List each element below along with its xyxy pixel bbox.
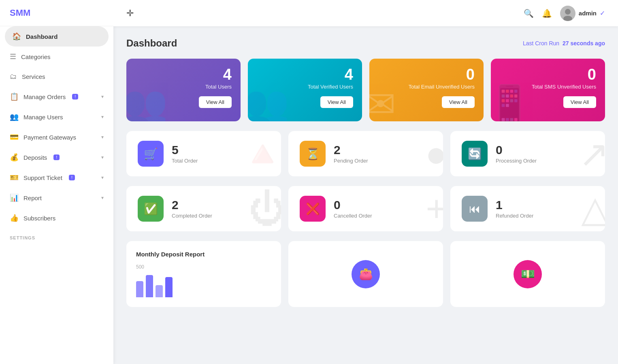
sidebar-item-dashboard[interactable]: 🏠 Dashboard bbox=[5, 26, 109, 47]
order-count-refunded-order: 1 bbox=[496, 199, 533, 211]
order-count-cancelled-order: 0 bbox=[334, 199, 372, 211]
stat-card-viewall-total-verified[interactable]: View All bbox=[320, 96, 353, 108]
sidebar-icon-manage-orders: 📋 bbox=[10, 92, 19, 101]
deposit-y-label: 500 bbox=[136, 264, 271, 270]
cron-prefix: Last Cron Run bbox=[523, 40, 559, 47]
order-count-total-order: 5 bbox=[172, 144, 198, 156]
stat-card-viewall-sms-unverified[interactable]: View All bbox=[563, 96, 596, 108]
order-count-completed-order: 2 bbox=[172, 199, 212, 211]
sidebar-arrow-support-ticket: ▾ bbox=[101, 175, 104, 180]
sidebar-arrow-deposits: ▾ bbox=[101, 154, 104, 160]
sidebar-label-manage-orders: Manage Orders bbox=[23, 93, 66, 100]
stat-card-total-verified: 👥 4 Total Verified Users View All bbox=[248, 59, 362, 121]
stat-card-total-users: 👥 4 Total Users View All bbox=[126, 59, 241, 121]
sidebar-icon-subscribers: 👍 bbox=[10, 214, 19, 222]
stat-card-viewall-total-users[interactable]: View All bbox=[199, 96, 232, 108]
order-count-pending-order: 2 bbox=[334, 144, 368, 156]
topbar-right: 🔍 🔔 admin ✓ bbox=[524, 6, 605, 21]
order-info-cancelled-order: 0 Cancelled Order bbox=[334, 199, 372, 219]
deposit-report-card: Monthly Deposit Report 500 bbox=[126, 241, 281, 307]
order-icon-total-order: 🛒 bbox=[138, 141, 164, 167]
sidebar-item-services[interactable]: 🗂 Services bbox=[0, 67, 113, 87]
sidebar-label-manage-users: Manage Users bbox=[23, 114, 63, 121]
sidebar-item-deposits[interactable]: 💰 Deposits ! ▾ bbox=[0, 147, 113, 167]
order-info-completed-order: 2 Completed Order bbox=[172, 199, 212, 219]
stat-card-bg-icon-email-unverified: ✉ bbox=[369, 83, 396, 121]
sidebar-label-categories: Categories bbox=[21, 53, 51, 60]
sidebar-icon-deposits: 💰 bbox=[10, 153, 19, 162]
stat-cards-container: 👥 4 Total Users View All 👥 4 Total Verif… bbox=[126, 59, 605, 121]
stat-card-count-total-users: 4 bbox=[223, 67, 232, 82]
order-label-cancelled-order: Cancelled Order bbox=[334, 213, 372, 219]
order-card-total-order: 🛒 5 Total Order 🔺 bbox=[126, 131, 281, 176]
main-area: ✛ 🔍 🔔 admin ✓ Dashboard L bbox=[113, 0, 618, 364]
notification-icon[interactable]: 🔔 bbox=[542, 8, 552, 18]
sidebar-item-report[interactable]: 📊 Report ▾ bbox=[0, 188, 113, 208]
topbar-logo: ✛ bbox=[126, 8, 134, 19]
main-content: Dashboard Last Cron Run 27 seconds ago 👥… bbox=[113, 26, 618, 364]
stat-card-label-total-users: Total Users bbox=[205, 84, 232, 90]
order-icon-processing-order: 🔄 bbox=[462, 141, 488, 167]
order-info-refunded-order: 1 Refunded Order bbox=[496, 199, 533, 219]
stat-card-count-sms-unverified: 0 bbox=[588, 67, 596, 82]
order-info-pending-order: 2 Pending Order bbox=[334, 144, 368, 164]
order-deco-refunded-order: △ bbox=[581, 188, 605, 230]
sidebar-icon-support-ticket: 🎫 bbox=[10, 173, 19, 182]
order-card-pending-order: ⏳ 2 Pending Order ● bbox=[288, 131, 443, 176]
sidebar-item-manage-orders[interactable]: 📋 Manage Orders ! ▾ bbox=[0, 87, 113, 107]
username-label: admin bbox=[579, 10, 597, 17]
sidebar-badge-deposits: ! bbox=[53, 154, 60, 160]
order-icon-pending-order: ⏳ bbox=[300, 141, 326, 167]
cron-value: 27 seconds ago bbox=[563, 40, 605, 47]
sidebar-label-payment-gateways: Payment Gateways bbox=[23, 134, 76, 141]
sidebar-arrow-manage-orders: ▾ bbox=[101, 94, 104, 99]
sidebar-icon-report: 📊 bbox=[10, 193, 19, 202]
order-count-processing-order: 0 bbox=[496, 144, 537, 156]
order-deco-completed-order: ⏻ bbox=[249, 188, 281, 230]
user-menu[interactable]: admin ✓ bbox=[560, 6, 605, 21]
order-card-refunded-order: ⏮ 1 Refunded Order △ bbox=[450, 186, 605, 231]
stat-card-bg-icon-total-verified: 👥 bbox=[248, 83, 289, 121]
sidebar-item-support-ticket[interactable]: 🎫 Support Ticket ! ▾ bbox=[0, 167, 113, 188]
order-deco-total-order: 🔺 bbox=[240, 133, 281, 175]
sidebar-label-deposits: Deposits bbox=[23, 154, 47, 161]
verified-icon: ✓ bbox=[600, 9, 605, 17]
order-icon-refunded-order: ⏮ bbox=[462, 196, 488, 222]
bottom-card-3: 💵 bbox=[450, 241, 605, 307]
cron-info: Last Cron Run 27 seconds ago bbox=[523, 40, 605, 47]
order-label-total-order: Total Order bbox=[172, 158, 198, 164]
sidebar-icon-dashboard: 🏠 bbox=[12, 32, 21, 41]
order-card-completed-order: ✅ 2 Completed Order ⏻ bbox=[126, 186, 281, 231]
order-info-total-order: 5 Total Order bbox=[172, 144, 198, 164]
settings-section-label: SETTINGS bbox=[0, 228, 113, 243]
sidebar-badge-manage-orders: ! bbox=[72, 94, 78, 99]
order-cards-row1: 🛒 5 Total Order 🔺 ⏳ 2 Pending Order ● 🔄 … bbox=[126, 131, 605, 176]
sidebar-item-subscribers[interactable]: 👍 Subscribers bbox=[0, 208, 113, 228]
order-label-processing-order: Processing Order bbox=[496, 158, 537, 164]
wallet-icon-circle: 👛 bbox=[352, 260, 380, 288]
search-icon[interactable]: 🔍 bbox=[524, 8, 534, 18]
page-title: Dashboard bbox=[126, 38, 177, 49]
order-info-processing-order: 0 Processing Order bbox=[496, 144, 537, 164]
sidebar-item-payment-gateways[interactable]: 💳 Payment Gateways ▾ bbox=[0, 127, 113, 147]
sidebar-icon-payment-gateways: 💳 bbox=[10, 133, 19, 142]
avatar bbox=[560, 6, 575, 21]
stat-card-viewall-email-unverified[interactable]: View All bbox=[442, 96, 475, 108]
sidebar-icon-services: 🗂 bbox=[10, 72, 17, 81]
sidebar-item-manage-users[interactable]: 👥 Manage Users ▾ bbox=[0, 107, 113, 127]
order-label-refunded-order: Refunded Order bbox=[496, 213, 533, 219]
order-card-cancelled-order: ❌ 0 Cancelled Order + bbox=[288, 186, 443, 231]
stat-card-sms-unverified: 📱 0 Total SMS Unverified Users View All bbox=[491, 59, 605, 121]
sidebar-arrow-report: ▾ bbox=[101, 195, 104, 201]
sidebar-label-subscribers: Subscribers bbox=[23, 215, 55, 222]
sidebar-arrow-manage-users: ▾ bbox=[101, 114, 104, 120]
topbar: ✛ 🔍 🔔 admin ✓ bbox=[113, 0, 618, 26]
order-icon-cancelled-order: ❌ bbox=[300, 196, 326, 222]
order-label-completed-order: Completed Order bbox=[172, 213, 212, 219]
svg-point-1 bbox=[565, 9, 571, 15]
sidebar-label-support-ticket: Support Ticket bbox=[23, 174, 62, 181]
sidebar-icon-manage-users: 👥 bbox=[10, 112, 19, 121]
sidebar-logo: SMM bbox=[10, 8, 30, 18]
stat-card-label-total-verified: Total Verified Users bbox=[308, 84, 353, 90]
sidebar-item-categories[interactable]: ☰ Categories bbox=[0, 47, 113, 67]
